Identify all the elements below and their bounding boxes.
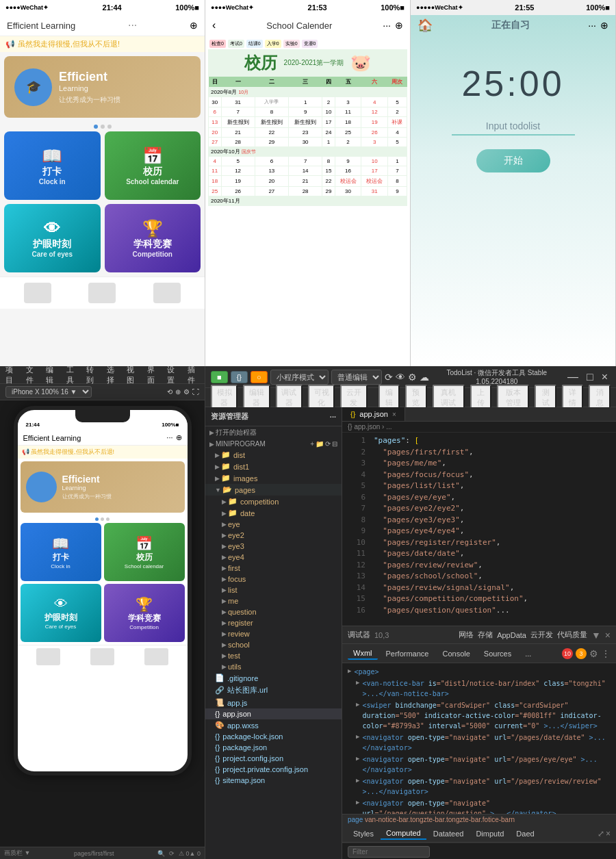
tree-folder-review[interactable]: ▶ review: [205, 628, 342, 639]
inspector-settings-icon[interactable]: ⚙: [589, 648, 598, 659]
sim-inspect-icon[interactable]: 🔍: [157, 850, 165, 857]
phone1-more-icon[interactable]: ···: [128, 19, 137, 31]
tab-close-icon[interactable]: ×: [392, 411, 396, 418]
sim-cell-competition[interactable]: 🏆 学科竞赛 Competition: [104, 584, 185, 642]
phone3-more-icon[interactable]: ···: [588, 20, 596, 31]
settings-icon2[interactable]: ⚙: [408, 372, 417, 383]
tab-app-json[interactable]: {} app.json ×: [342, 407, 405, 421]
styles-tab-datateed[interactable]: Datateed: [428, 828, 470, 839]
bottom-icon-3[interactable]: [153, 283, 181, 303]
phone2-more-icon[interactable]: ···: [383, 20, 391, 31]
wxml-tab-performance[interactable]: Performance: [381, 648, 435, 659]
editor-select[interactable]: 普通编辑: [331, 370, 382, 385]
real-device-btn[interactable]: 真机调试: [433, 385, 465, 411]
html-line-nav2[interactable]: ▶ <navigator open-type="navigate" url="/…: [348, 754, 611, 775]
tree-folder-school[interactable]: ▶ school: [205, 639, 342, 650]
close-inspector-icon[interactable]: ×: [605, 630, 611, 641]
menu-item-interface[interactable]: 界面: [147, 365, 159, 385]
html-line-page[interactable]: ▶ <page>: [348, 666, 611, 678]
file-tree-more[interactable]: ···: [330, 413, 336, 421]
tree-file-package[interactable]: {} package.json: [205, 742, 342, 753]
tree-file-appjson[interactable]: {} app.json: [205, 708, 342, 719]
tree-folder-register[interactable]: ▶ register: [205, 617, 342, 628]
tree-folder-list[interactable]: ▶ list: [205, 585, 342, 595]
tree-section-editors[interactable]: ▶ 打开的始程器: [205, 426, 342, 439]
tree-folder-focus[interactable]: ▶ focus: [205, 574, 342, 585]
maximize-btn[interactable]: □: [584, 371, 596, 383]
sim-cell-clock[interactable]: 📖 打卡 Clock in: [21, 523, 101, 581]
code-btn[interactable]: {}: [231, 371, 248, 383]
add-folder-icon[interactable]: 📁: [316, 440, 324, 448]
menu-item-view[interactable]: 视图: [127, 365, 139, 385]
sim-cell-calendar[interactable]: 📅 校历 School calendar: [104, 523, 185, 581]
sim-status-left[interactable]: 画质栏 ▼: [4, 849, 30, 858]
network-tab[interactable]: 网络: [459, 630, 474, 640]
tree-file-project-private[interactable]: {} project.private.config.json: [205, 764, 342, 775]
editor-btn[interactable]: 编辑器: [243, 385, 270, 411]
rotate-icon[interactable]: ⟲: [167, 388, 172, 396]
expand-icon[interactable]: ⤢: [598, 829, 604, 838]
tree-folder-question[interactable]: ▶ question: [205, 606, 342, 617]
tree-folder-eye4[interactable]: ▶ eye4: [205, 552, 342, 563]
detail-btn[interactable]: 详情: [562, 385, 584, 411]
message-btn[interactable]: 消息: [589, 385, 611, 411]
cell-school-calendar[interactable]: 📅 校历 School calendar: [105, 131, 201, 200]
styles-tab-dimputd[interactable]: Dimputd: [470, 828, 509, 839]
wxml-tab-sources[interactable]: Sources: [478, 648, 517, 659]
tree-file-appjs[interactable]: 📜 app.js: [205, 697, 342, 708]
menu-item-edit[interactable]: 编辑: [46, 365, 58, 385]
cell-eye-care[interactable]: 👁 护眼时刻 Care of eyes: [4, 204, 101, 272]
styles-tab-styles[interactable]: Styles: [348, 828, 379, 839]
tree-file-sitemap[interactable]: {} sitemap.json: [205, 775, 342, 786]
tree-folder-pages[interactable]: ▼ 📂 pages: [205, 484, 342, 496]
minimize-btn[interactable]: —: [565, 371, 581, 383]
tree-folder-dist[interactable]: ▶ 📁 dist: [205, 449, 342, 461]
tree-folder-eye3[interactable]: ▶ eye3: [205, 541, 342, 552]
phone3-home-icon[interactable]: 🏠: [418, 18, 433, 33]
menu-item-project[interactable]: 项目: [5, 365, 18, 385]
phone2-back-icon[interactable]: ‹: [212, 19, 216, 31]
html-line-swiper[interactable]: ▶ <swiper bindchange="cardSwiper" class=…: [348, 700, 611, 732]
tree-file-package-lock[interactable]: {} package-lock.json: [205, 731, 342, 742]
wxml-tab-wxml[interactable]: Wxml: [348, 648, 378, 660]
cloud-tab[interactable]: 云开发: [530, 630, 553, 640]
appdata-tab[interactable]: AppData: [497, 631, 526, 639]
refresh-tree-icon[interactable]: ⟳: [325, 440, 331, 448]
sim-refresh-icon[interactable]: ⟳: [169, 850, 175, 857]
inspector-more-icon[interactable]: ⋮: [601, 648, 611, 659]
sim-bottom-icon-1[interactable]: [36, 648, 60, 665]
tree-folder-images[interactable]: ▶ 📁 images: [205, 472, 342, 484]
cloud-icon[interactable]: ☁: [420, 372, 429, 383]
cell-clock-in[interactable]: 📖 打卡 Clock in: [4, 131, 101, 200]
styles-filter-input[interactable]: [348, 846, 430, 858]
tree-folder-me[interactable]: ▶ me: [205, 595, 342, 606]
upload-btn[interactable]: 上传: [470, 385, 492, 411]
tree-folder-test[interactable]: ▶ test: [205, 650, 342, 661]
styles-tab-computed[interactable]: Computed: [381, 828, 426, 840]
phone1-nav-icon[interactable]: ⊕: [190, 20, 198, 31]
devtools-menu-bar[interactable]: 项目 文件 编辑 工具 转到 选择 视图 界面 设置 插件: [0, 366, 205, 384]
wxml-tab-console[interactable]: Console: [437, 648, 475, 659]
quality-tab[interactable]: 代码质量: [557, 630, 587, 640]
compile-btn[interactable]: ■: [211, 371, 228, 383]
tree-file-appwxss[interactable]: 🎨 app.wxss: [205, 719, 342, 731]
tree-folder-utils[interactable]: ▶ utils: [205, 661, 342, 672]
tree-folder-eye2[interactable]: ▶ eye2: [205, 530, 342, 541]
tree-section-miniprogram[interactable]: ▶ MINIPROGRAM + 📁 ⟳ ⊟: [205, 439, 342, 449]
html-line-notice-bar[interactable]: ▶ <van-notice-bar is="dist1/notice-bar/i…: [348, 678, 611, 700]
phone2-share-icon[interactable]: ⊕: [395, 20, 403, 31]
close-styles-icon[interactable]: ×: [606, 829, 611, 838]
eye-icon[interactable]: 👁: [396, 372, 405, 383]
html-line-nav1[interactable]: ▶ <navigator open-type="navigate" url="/…: [348, 732, 611, 754]
page-label[interactable]: page: [348, 816, 363, 823]
cell-competition[interactable]: 🏆 学科竞赛 Competition: [105, 204, 201, 272]
edit-btn[interactable]: 编辑: [378, 385, 400, 411]
run-btn[interactable]: ○: [251, 371, 268, 383]
collapse-icon[interactable]: ⊟: [332, 440, 337, 448]
sim-plus-icon[interactable]: ⊕: [176, 433, 182, 442]
cloud-dev-btn[interactable]: 云开发: [340, 385, 367, 411]
sim-bottom-icon-3[interactable]: [144, 648, 168, 665]
visual-btn[interactable]: 可视化: [308, 385, 335, 411]
menu-item-file[interactable]: 文件: [26, 365, 38, 385]
tree-folder-dist1[interactable]: ▶ 📁 dist1: [205, 461, 342, 472]
